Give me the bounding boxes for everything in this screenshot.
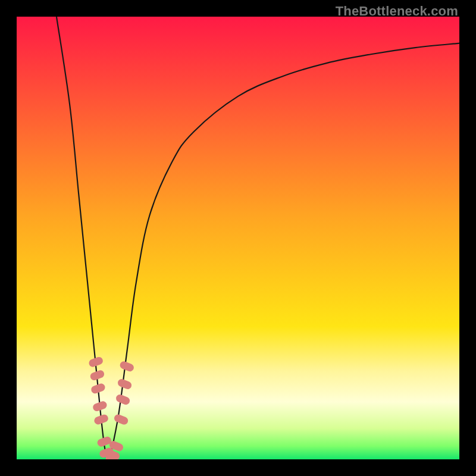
marker-group [88,356,135,459]
watermark-text: TheBottleneck.com [336,4,458,19]
curve-marker [115,393,131,406]
curve-marker [113,414,129,426]
curve-marker [119,360,135,372]
chart-frame: TheBottleneck.com [0,0,476,476]
bottleneck-right-curve [109,43,459,459]
bottleneck-left-curve [57,17,109,459]
plot-area [17,17,459,459]
curve-layer [17,17,459,459]
curve-marker [117,378,133,390]
